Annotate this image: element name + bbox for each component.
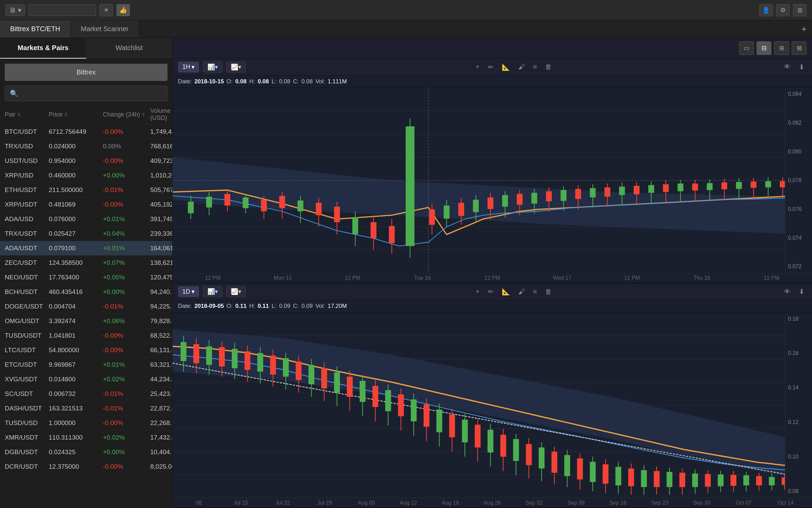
ruler-btn-1[interactable]: 📐 xyxy=(500,62,512,72)
eye-btn-2[interactable]: 👁 xyxy=(782,287,793,296)
cell-change: 0.00% xyxy=(103,143,150,150)
grid-icon[interactable]: ⊞ xyxy=(793,4,807,16)
layout-split-h[interactable]: ⊟ xyxy=(757,41,771,55)
svg-rect-23 xyxy=(297,200,303,211)
delete-btn-1[interactable]: 🗑 xyxy=(543,62,554,71)
monitor-dropdown[interactable]: 🖥 ▾ xyxy=(5,4,25,16)
header-price[interactable]: Price ⇕ xyxy=(49,111,103,118)
table-row[interactable]: USDT/USD 0.954000 -0.00% 409,723.671 ★ xyxy=(0,154,172,168)
chart-style-btn-1[interactable]: 📈▾ xyxy=(226,62,246,72)
table-row[interactable]: DOGE/USDT 0.004704 -0.01% 94,225.564 ★ xyxy=(0,299,172,314)
pencil-btn-1[interactable]: ✏ xyxy=(486,62,496,72)
timeframe-1h[interactable]: 1H ▾ xyxy=(178,62,199,72)
table-row[interactable]: XVG/USDT 0.014800 +0.02% 44,234.836 ★ xyxy=(0,372,172,387)
cell-volume: 391,749.887 xyxy=(150,215,172,223)
table-row[interactable]: BCH/USDT 460.435416 +0.00% 94,240.719 ★ xyxy=(0,285,172,299)
chart-type-btn-1[interactable]: 📊▾ xyxy=(203,62,222,72)
table-row[interactable]: DASH/USDT 163.321513 -0.01% 22,872.696 ★ xyxy=(0,401,172,416)
chart-area-2[interactable]: 0.18 0.16 0.14 0.12 0.10 0.08 xyxy=(173,313,812,498)
svg-rect-25 xyxy=(316,203,321,215)
chart-panel-1: 1H ▾ 📊▾ 📈▾ + ✏ 📐 🖌 ≡ 🗑 👁 ⬇ xyxy=(173,59,812,283)
settings-icon[interactable]: ⚙ xyxy=(776,4,790,16)
user-icon[interactable]: 👤 xyxy=(759,4,773,16)
table-header: Pair ⇕ Price ⇕ Change (24h) ⇕ Volume (US… xyxy=(0,105,172,125)
cell-pair: NEO/USDT xyxy=(5,274,49,281)
layout-split-v[interactable]: ⊞ xyxy=(774,41,789,55)
tab-add-btn[interactable]: + xyxy=(796,20,812,38)
panel-tabs: Markets & Pairs Watchlist xyxy=(0,38,172,59)
chart-area-1[interactable]: 0.084 0.082 0.080 0.078 0.076 0.074 0.07… xyxy=(173,88,812,273)
cell-price: 0.079100 xyxy=(49,245,103,252)
search-global[interactable] xyxy=(28,4,96,16)
cell-pair: DOGE/USDT xyxy=(5,303,49,310)
pencil-btn-2[interactable]: ✏ xyxy=(486,287,496,296)
layout-quad[interactable]: ⊠ xyxy=(792,41,807,55)
table-row[interactable]: BTC/USDT 6712.756449 -0.00% 1,749,446.35… xyxy=(0,125,172,139)
table-row[interactable]: ZEC/USDT 124.358500 +0.07% 138,621.651 ★ xyxy=(0,256,172,270)
table-row[interactable]: SC/USDT 0.006732 -0.01% 25,423.688 ★ xyxy=(0,387,172,401)
table-row[interactable]: TRX/USDT 0.025427 +0.04% 239,336.757 ★ xyxy=(0,227,172,241)
table-row[interactable]: TUSD/USD 1.000000 -0.00% 22,268.748 ★ xyxy=(0,416,172,430)
table-row[interactable]: ETH/USDT 211.500000 -0.01% 505,767.225 ★ xyxy=(0,183,172,197)
layout-single[interactable]: ▭ xyxy=(739,41,754,55)
table-row[interactable]: DCR/USDT 12.375000 -0.00% 8,025.000 ★ xyxy=(0,460,172,474)
header-pair[interactable]: Pair ⇕ xyxy=(5,111,49,118)
table-row[interactable]: ETC/USDT 9.969867 +0.01% 63,321.671 ★ xyxy=(0,358,172,372)
brush-btn-1[interactable]: 🖌 xyxy=(516,62,527,71)
svg-rect-154 xyxy=(526,444,532,465)
time-label: Aug 19 xyxy=(429,500,471,506)
svg-rect-104 xyxy=(206,346,212,365)
table-row[interactable]: OMG/USDT 3.392474 +0.06% 79,828.816 ★ xyxy=(0,314,172,329)
table-row[interactable]: ADA/USDT 0.079100 +0.01% 164,061.386 ★ xyxy=(0,241,172,256)
svg-rect-11 xyxy=(188,202,194,213)
chart-style-btn-2[interactable]: 📈▾ xyxy=(226,286,246,297)
svg-rect-81 xyxy=(751,182,757,188)
svg-rect-79 xyxy=(736,182,742,189)
svg-rect-37 xyxy=(429,209,435,225)
add-indicator-btn-1[interactable]: + xyxy=(474,62,482,71)
table-row[interactable]: TUSD/USDT 1.041801 -0.00% 68,522.368 ★ xyxy=(0,329,172,343)
svg-rect-178 xyxy=(679,472,685,487)
add-indicator-btn-2[interactable]: + xyxy=(474,287,482,296)
ruler-btn-2[interactable]: 📐 xyxy=(500,287,512,296)
tab-watchlist[interactable]: Watchlist xyxy=(86,38,173,59)
table-row[interactable]: DGB/USDT 0.024325 +0.00% 10,404.726 ★ xyxy=(0,445,172,460)
list-btn-1[interactable]: ≡ xyxy=(531,62,539,71)
eye-btn-1[interactable]: 👁 xyxy=(782,62,793,71)
download-btn-1[interactable]: ⬇ xyxy=(797,62,807,72)
like-btn[interactable]: 👍 xyxy=(116,4,130,16)
table-row[interactable]: TRX/USD 0.024000 0.00% 768,616.114 ★ xyxy=(0,139,172,154)
exchange-selector[interactable]: Bittrex xyxy=(5,64,167,81)
svg-rect-67 xyxy=(648,185,654,193)
table-row[interactable]: LTC/USDT 54.800000 -0.00% 66,131.029 ★ xyxy=(0,343,172,358)
brush-btn-2[interactable]: 🖌 xyxy=(516,287,527,296)
table-row[interactable]: XRP/USDT 0.481069 -0.00% 405,192.397 ★ xyxy=(0,197,172,212)
svg-rect-19 xyxy=(261,200,267,211)
timeframe-1d[interactable]: 1D ▾ xyxy=(178,286,199,297)
table-row[interactable]: XRP/USD 0.460000 +0.00% 1,010,267.339 ★ xyxy=(0,168,172,183)
tab-market-scanner[interactable]: Market Scanner xyxy=(71,20,139,38)
svg-rect-158 xyxy=(551,451,557,472)
download-btn-2[interactable]: ⬇ xyxy=(797,287,807,296)
table-row[interactable]: ADA/USD 0.076000 +0.01% 391,749.887 ★ xyxy=(0,212,172,227)
chart-type-btn-2[interactable]: 📊▾ xyxy=(203,286,222,297)
cell-volume: 120,475.229 xyxy=(150,274,172,281)
list-btn-2[interactable]: ≡ xyxy=(531,287,539,296)
svg-rect-31 xyxy=(370,222,376,238)
theme-toggle[interactable]: ☀ xyxy=(99,4,113,16)
svg-rect-47 xyxy=(502,195,508,207)
search-input[interactable] xyxy=(21,90,162,98)
tab-bar: Bittrex BTC/ETH Market Scanner + xyxy=(0,20,812,38)
cell-price: 124.358500 xyxy=(49,259,103,267)
tab-bittrex[interactable]: Bittrex BTC/ETH xyxy=(0,20,71,38)
table-row[interactable]: XMR/USDT 110.311300 +0.02% 17,432.807 ★ xyxy=(0,430,172,445)
header-volume[interactable]: Volume (USD) ⇕ xyxy=(150,107,176,122)
tab-markets-pairs[interactable]: Markets & Pairs xyxy=(0,38,86,59)
time-label: Oct 07 xyxy=(723,500,765,506)
time-label: Tue 16 xyxy=(387,275,457,281)
table-row[interactable]: NEO/USDT 17.763400 +0.05% 120,475.229 ★ xyxy=(0,270,172,285)
delete-btn-2[interactable]: 🗑 xyxy=(543,287,554,296)
time-label: Sep 16 xyxy=(597,500,639,506)
header-change[interactable]: Change (24h) ⇕ xyxy=(103,111,150,118)
cell-change: -0.01% xyxy=(103,303,150,310)
